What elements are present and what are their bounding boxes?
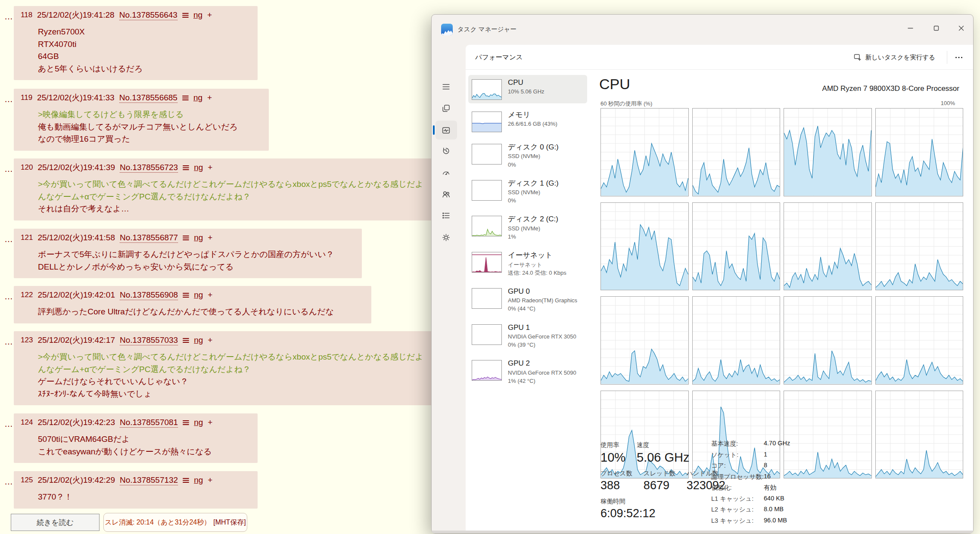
perf-item--2-c-[interactable]: ディスク 2 (C:) SSD (NVMe) 1% — [468, 211, 587, 244]
post-body: >今が買いって聞いて色々調べてるんだけどこれゲームだけやるならxboxとps5で… — [38, 351, 424, 400]
stat-プロセス数: プロセス数388 — [600, 469, 632, 492]
cpu-core-chart-cpu-14 — [784, 391, 872, 479]
cpu-heading: CPU — [599, 76, 630, 93]
screen: { "board": { "background": "#ffffee", "p… — [0, 0, 980, 534]
post-number-link[interactable]: No.1378556685 — [119, 93, 177, 103]
cpu-core-chart-cpu-1 — [692, 108, 781, 196]
post-number-link[interactable]: No.1378557033 — [120, 335, 178, 345]
post-expand-link[interactable]: + — [207, 93, 212, 102]
post-ng-link[interactable]: ng — [194, 475, 203, 485]
post-menu-dots[interactable]: … — [4, 158, 14, 173]
post-number-link[interactable]: No.1378556908 — [120, 290, 178, 300]
post-list-icon[interactable] — [183, 338, 189, 343]
post-menu-dots[interactable]: … — [4, 471, 14, 486]
perf-thumbnail — [472, 112, 502, 132]
perf-item-sub2: 1% (42 °C) — [508, 377, 576, 385]
post-expand-link[interactable]: + — [208, 233, 212, 242]
board-post: … 118 25/12/02(火)19:41:28 No.1378556643 … — [4, 6, 258, 80]
cpu-core-chart-cpu-3 — [875, 108, 964, 196]
post-number-link[interactable]: No.1378556877 — [120, 233, 178, 243]
titlebar: タスク マネージャー — [432, 15, 973, 45]
post-number-link[interactable]: No.1378556723 — [120, 163, 178, 173]
post-expand-link[interactable]: + — [208, 418, 212, 427]
post-menu-dots[interactable]: … — [4, 413, 14, 428]
post-list-icon[interactable] — [183, 165, 189, 171]
run-new-task-button[interactable]: 新しいタスクを実行する — [849, 50, 940, 65]
post-box: 122 25/12/02(火)19:42:01 No.1378556908 ng… — [14, 286, 371, 323]
perf-item-title: ディスク 1 (G:) — [508, 179, 559, 188]
cpu-core-chart-cpu-4 — [600, 202, 689, 291]
perf-item-gpu-1[interactable]: GPU 1 NVIDIA GeForce RTX 3050 0% (39 °C) — [468, 320, 587, 352]
minimize-button[interactable] — [904, 22, 917, 34]
post-index: 124 — [21, 418, 33, 427]
processes-icon[interactable] — [441, 103, 451, 113]
services-icon[interactable] — [441, 233, 451, 242]
perf-item--1-g-[interactable]: ディスク 1 (G:) SSD (NVMe) 0% — [468, 176, 587, 208]
content-card: パフォーマンス 新しいタスクを実行する CPU 10% 5.06 GHz メモリ… — [466, 45, 973, 531]
post-expand-link[interactable]: + — [208, 163, 212, 172]
menu-icon[interactable] — [441, 82, 451, 91]
stat-稼働時間: 稼働時間6:09:52:12 — [600, 497, 656, 520]
post-menu-dots[interactable]: … — [4, 6, 14, 21]
post-ng-link[interactable]: ng — [194, 233, 203, 242]
maximize-button[interactable] — [930, 22, 943, 34]
post-list-icon[interactable] — [183, 420, 189, 425]
post-box: 121 25/12/02(火)19:41:58 No.1378556877 ng… — [14, 229, 362, 278]
post-ng-link[interactable]: ng — [194, 163, 203, 172]
post-quote-line: >映像編集してるけどもう限界を感じる — [38, 109, 258, 121]
post-ng-link[interactable]: ng — [194, 418, 203, 427]
post-box: 118 25/12/02(火)19:41:28 No.1378556643 ng… — [14, 6, 258, 80]
board-post: … 121 25/12/02(火)19:41:58 No.1378556877 … — [4, 229, 362, 278]
post-body: ボーナスで5年ぶりに新調するんだけどやっぱドスパラとかの国産の方がいい？DELL… — [38, 248, 351, 273]
post-menu-dots[interactable]: … — [4, 286, 14, 301]
detail-value: 8 — [764, 462, 790, 470]
perf-item-gpu-0[interactable]: GPU 0 AMD Radeon(TM) Graphics 0% (44 °C) — [468, 284, 587, 316]
post-ng-link[interactable]: ng — [193, 10, 202, 20]
sidebar-accent-pill — [433, 125, 435, 135]
post-expand-link[interactable]: + — [208, 335, 212, 345]
perf-item-title: イーサネット — [508, 251, 566, 260]
post-expand-link[interactable]: + — [208, 290, 212, 300]
post-list-icon[interactable] — [183, 292, 189, 298]
post-expand-link[interactable]: + — [208, 475, 212, 485]
post-list-icon[interactable] — [183, 235, 189, 241]
post-menu-dots[interactable]: … — [4, 89, 14, 103]
post-ng-link[interactable]: ng — [193, 93, 202, 102]
perf-item-gpu-2[interactable]: GPU 2 NVIDIA GeForce RTX 5090 1% (42 °C) — [468, 356, 587, 388]
post-ng-link[interactable]: ng — [194, 290, 203, 300]
post-menu-dots[interactable]: … — [4, 229, 14, 243]
more-options-button[interactable] — [952, 51, 966, 63]
mht-save-link[interactable]: [MHT保存] — [213, 518, 246, 527]
cpu-core-chart-cpu-5 — [692, 202, 781, 291]
perf-item-cpu[interactable]: CPU 10% 5.06 GHz — [468, 75, 587, 103]
post-list-icon[interactable] — [182, 95, 189, 101]
post-date: 25/12/02(火)19:41:28 — [37, 9, 115, 21]
post-number-link[interactable]: No.1378557081 — [120, 418, 178, 428]
perf-item--[interactable]: メモリ 26.6/61.6 GB (43%) — [468, 107, 587, 136]
task-manager-window: タスク マネージャー パフォーマンス — [431, 14, 974, 534]
perf-item--[interactable]: イーサネット イーサネット 送信: 24.0 受信: 0 Kbps — [468, 248, 587, 280]
post-number-link[interactable]: No.1378557132 — [120, 475, 178, 485]
post-index: 123 — [21, 336, 33, 345]
post-body: Ryzen5700XRTX4070ti64GBあと5年くらいはいけるだろ — [38, 26, 246, 75]
users-icon[interactable] — [441, 189, 451, 199]
perf-item--0-g-[interactable]: ディスク 0 (G:) SSD (NVMe) 0% — [468, 140, 587, 172]
toolbar-separator — [947, 51, 947, 64]
details-icon[interactable] — [441, 211, 451, 220]
post-list-icon[interactable] — [182, 12, 189, 18]
post-menu-dots[interactable]: … — [4, 331, 14, 346]
detail-value: 96.0 MB — [764, 517, 790, 525]
performance-icon[interactable] — [441, 125, 451, 135]
post-ng-link[interactable]: ng — [194, 335, 203, 345]
close-button[interactable] — [955, 22, 968, 34]
post-list-icon[interactable] — [183, 478, 189, 483]
read-more-button[interactable]: 続きを読む — [11, 514, 100, 531]
perf-item-sub2: 0% (39 °C) — [508, 341, 576, 348]
startup-apps-icon[interactable] — [441, 168, 451, 177]
app-history-icon[interactable] — [441, 146, 451, 155]
post-expand-link[interactable]: + — [207, 10, 212, 20]
post-date: 25/12/02(火)19:42:29 — [37, 475, 115, 486]
post-number-link[interactable]: No.1378556643 — [119, 10, 177, 20]
new-task-icon — [853, 53, 862, 62]
post-text-line: ｽﾁﾇｰｵﾝﾘ-なんて今時無いでしょ — [38, 388, 424, 400]
